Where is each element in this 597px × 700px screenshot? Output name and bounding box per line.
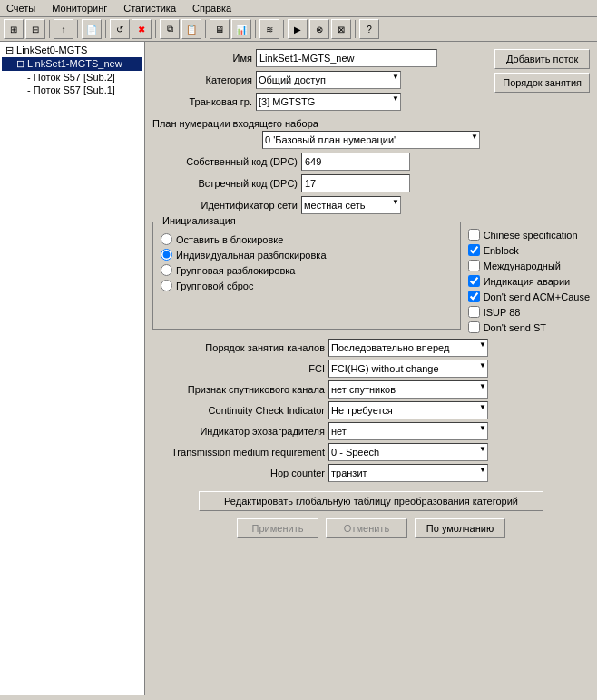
cb-chinese-input[interactable] [468, 229, 480, 241]
name-input[interactable] [256, 49, 437, 67]
menu-statistics[interactable]: Статистика [121, 2, 179, 15]
trank-select-wrapper: [3] MGTSTG [256, 93, 401, 111]
monitor-icon[interactable]: 🖥 [210, 19, 230, 39]
radio-individual-label: Индивидуальная разблокировка [176, 250, 327, 261]
trank-row: Транковая гр. [3] MGTSTG [152, 93, 487, 111]
cb-enblock[interactable]: Enblock [468, 244, 590, 256]
bottom-select-wrapper-6: транзит [328, 464, 488, 482]
radio-group-reset-input[interactable] [161, 280, 172, 291]
opc-input[interactable] [301, 153, 410, 171]
bottom-select-0[interactable]: Последовательно вперед [328, 339, 488, 357]
tree-item-linkset1[interactable]: ⊟ LinkSet1-MGTS_new [2, 57, 142, 71]
menu-accounts[interactable]: Счеты [4, 2, 38, 15]
play-icon[interactable]: ▶ [288, 19, 308, 39]
leaf-icon: - [27, 72, 31, 83]
bottom-row-3: Continuity Check Indicator Не требуется [152, 401, 590, 419]
tree-item-linkset0[interactable]: ⊟ LinkSet0-MGTS [2, 44, 142, 57]
bottom-select-1[interactable]: FCI(HG) without change [328, 360, 488, 378]
cb-isup88-input[interactable] [468, 306, 480, 318]
separator6 [255, 20, 256, 38]
route-icon[interactable]: ↺ [110, 19, 130, 39]
bottom-select-5[interactable]: 0 - Speech [328, 443, 488, 461]
monitor2-icon[interactable]: 📊 [231, 19, 251, 39]
cb-alarm-input[interactable] [468, 275, 480, 287]
name-row: Имя [152, 49, 487, 67]
bottom-select-6[interactable]: транзит [328, 464, 488, 482]
checkbox-group: Chinese specification Enblock Международ… [468, 222, 590, 333]
toolbar: ⊞ ⊟ ↑ 📄 ↺ ✖ ⧉ 📋 🖥 📊 ≋ ▶ ⊗ ⊠ ? [0, 17, 597, 42]
cb-chinese-label: Chinese specification [484, 230, 578, 241]
bottom-select-2[interactable]: нет спутников [328, 380, 488, 399]
meet-input[interactable] [301, 174, 410, 192]
add-stream-button[interactable]: Добавить поток [494, 49, 590, 69]
copy-icon[interactable]: ⧉ [160, 19, 180, 39]
tree-item-stream2[interactable]: - Поток S57 [Sub.2] [2, 71, 142, 84]
doc-icon[interactable]: 📄 [82, 19, 102, 39]
order-button[interactable]: Порядок занятия [494, 73, 590, 93]
cb-isup88[interactable]: ISUP 88 [468, 306, 590, 318]
bottom-label-4: Индикатор эхозаградителя [152, 426, 325, 437]
meet-row: Встречный код (DPC) [152, 174, 590, 192]
ident-select-wrapper: местная сеть [301, 196, 401, 214]
main-container: ⊟ LinkSet0-MGTS ⊟ LinkSet1-MGTS_new - По… [0, 42, 597, 695]
up-icon[interactable]: ↑ [54, 19, 73, 39]
separator3 [105, 20, 106, 38]
radio-group-unblock-input[interactable] [161, 264, 172, 276]
ident-select[interactable]: местная сеть [301, 196, 401, 214]
init-title: Инициализация [161, 215, 238, 226]
stats-icon[interactable]: ≋ [259, 19, 279, 39]
menubar: Счеты Мониторинг Статистика Справка [0, 0, 597, 17]
radio-block-input[interactable] [161, 233, 172, 245]
bottom-row-2: Признак спутникового канала нет спутнико… [152, 380, 590, 399]
expand-icon: ⊟ [5, 44, 14, 55]
ident-row: Идентификатор сети местная сеть [152, 196, 590, 214]
opc-row: Собственный код (DPC) [152, 153, 590, 171]
cb-acm-input[interactable] [468, 291, 480, 302]
menu-monitoring[interactable]: Мониторинг [49, 2, 110, 15]
bottom-label-5: Transmission medium requirement [152, 447, 325, 458]
category-select[interactable]: Общий доступ [256, 71, 401, 89]
grid2-icon[interactable]: ⊟ [25, 19, 45, 39]
default-button[interactable]: По умолчанию [415, 518, 505, 538]
bottom-row-4: Индикатор эхозаградителя нет [152, 422, 590, 440]
radio-group-unblock[interactable]: Групповая разблокировка [161, 264, 453, 276]
separator2 [77, 20, 78, 38]
radio-group-reset[interactable]: Групповой сброс [161, 280, 453, 291]
cb-sendst[interactable]: Don't send ST [468, 321, 590, 333]
help-icon[interactable]: ? [359, 19, 379, 39]
form-panel: Имя Категория Общий доступ Транковая гр. [145, 42, 597, 695]
cb-chinese[interactable]: Chinese specification [468, 229, 590, 241]
grid-icon[interactable]: ⊞ [4, 19, 24, 39]
cb-enblock-input[interactable] [468, 244, 480, 256]
tree-item-stream1[interactable]: - Поток S57 [Sub.1] [2, 84, 142, 96]
bottom-select-wrapper-2: нет спутников [328, 380, 488, 399]
bottom-row-0: Порядок занятия каналов Последовательно … [152, 339, 590, 357]
radio-individual[interactable]: Индивидуальная разблокировка [161, 249, 453, 261]
apply-button[interactable]: Применить [237, 518, 318, 538]
cb-acm[interactable]: Don't send ACM+Cause [468, 291, 590, 302]
cb-international[interactable]: Международный [468, 260, 590, 271]
options-section: Chinese specification Enblock Международ… [468, 218, 590, 333]
radio-group-unblock-label: Групповая разблокировка [176, 265, 295, 276]
paste-icon[interactable]: 📋 [181, 19, 201, 39]
radio-individual-input[interactable] [161, 249, 172, 261]
grid3-icon[interactable]: ⊠ [331, 19, 351, 39]
radio-block[interactable]: Оставить в блокировке [161, 233, 453, 245]
menu-help[interactable]: Справка [190, 2, 234, 15]
bottom-select-3[interactable]: Не требуется [328, 401, 488, 419]
cb-alarm[interactable]: Индикация аварии [468, 275, 590, 287]
stop-icon[interactable]: ⊗ [309, 19, 329, 39]
edit-table-button[interactable]: Редактировать глобальную таблицу преобра… [199, 491, 543, 511]
cb-sendst-input[interactable] [468, 321, 480, 333]
cb-international-input[interactable] [468, 260, 480, 271]
cb-enblock-label: Enblock [484, 245, 519, 256]
plan-select[interactable]: 0 'Базовый план нумерации' [262, 131, 480, 149]
close-red-icon[interactable]: ✖ [132, 19, 152, 39]
bottom-row-1: FCI FCI(HG) without change [152, 360, 590, 378]
cancel-button[interactable]: Отменить [326, 518, 407, 538]
separator5 [205, 20, 206, 38]
bottom-label-6: Hop counter [152, 468, 325, 478]
trank-select[interactable]: [3] MGTSTG [256, 93, 401, 111]
bottom-select-4[interactable]: нет [328, 422, 488, 440]
bottom-buttons: Применить Отменить По умолчанию [152, 518, 590, 538]
